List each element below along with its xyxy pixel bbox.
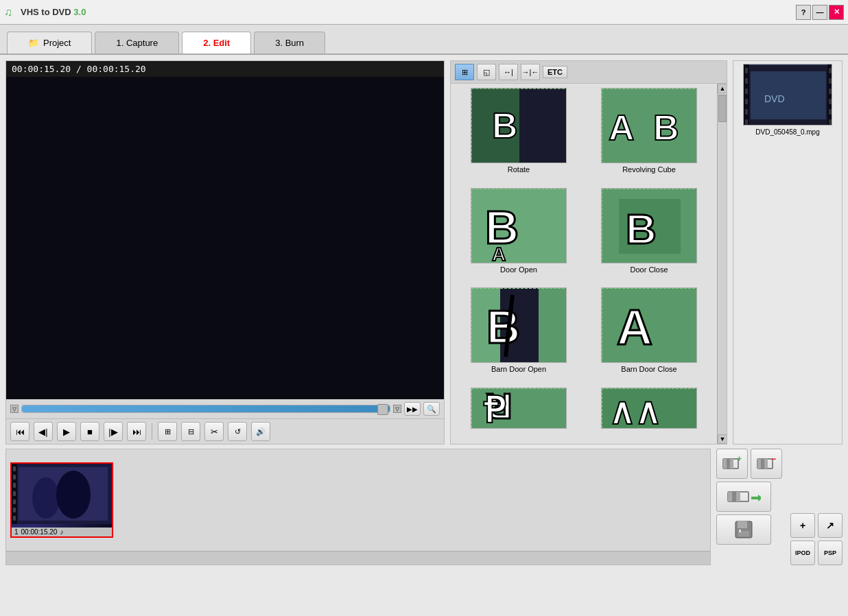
transition-view2-button[interactable]: ◱ xyxy=(477,64,496,80)
right-action-buttons: + − xyxy=(716,449,782,565)
svg-rect-39 xyxy=(745,99,748,104)
transition-partial1[interactable]: Я Ᵽ xyxy=(455,388,582,440)
skip-to-start-button[interactable]: ⏮ xyxy=(10,422,30,441)
transition-door-close-label: Door Close xyxy=(630,265,668,274)
transition-rotate[interactable]: B Rotate xyxy=(455,88,582,185)
svg-text:B: B xyxy=(486,300,520,353)
seekbar-fill xyxy=(22,405,390,412)
tab-burn[interactable]: 3. Burn xyxy=(254,32,325,54)
transition-revolving-label: Revolving Cube xyxy=(622,165,676,174)
skip-to-end-button[interactable]: ⏭ xyxy=(127,422,146,441)
svg-text:+: + xyxy=(737,454,742,464)
transition-barn-door-close[interactable]: A Barn Door Close xyxy=(585,287,713,385)
svg-rect-64 xyxy=(727,459,730,469)
close-button[interactable]: ✕ xyxy=(829,5,844,20)
scissors-button[interactable]: ✂ xyxy=(204,422,224,441)
svg-rect-58 xyxy=(13,516,16,521)
video-preview-area: 00:00:15.20 / 00:00:15.20 ▽ ▽ ▶▶ 🔍 ⏮ ◀| … xyxy=(5,60,445,445)
stop-button[interactable]: ■ xyxy=(80,422,99,441)
svg-rect-42 xyxy=(829,68,832,73)
app-logo-icon: ♫ xyxy=(4,6,12,19)
svg-text:B: B xyxy=(626,205,657,252)
timeline-content: 1 00:00:15.20 ♪ xyxy=(6,449,710,551)
add-clip-button[interactable]: + xyxy=(716,449,748,479)
svg-rect-68 xyxy=(757,459,761,469)
transitions-panel: ⊞ ◱ ↔| →|← ETC xyxy=(450,60,727,445)
set-in-point-button[interactable]: ⊞ xyxy=(158,422,177,441)
seekbar-thumb[interactable] xyxy=(377,404,388,415)
transition-revolving-cube[interactable]: A B Revolving Cube xyxy=(585,88,713,185)
svg-rect-54 xyxy=(13,483,16,488)
svg-rect-52 xyxy=(13,466,16,471)
svg-rect-55 xyxy=(13,491,16,496)
main-area: 00:00:15.20 / 00:00:15.20 ▽ ▽ ▶▶ 🔍 ⏮ ◀| … xyxy=(0,55,848,616)
svg-rect-74 xyxy=(732,492,736,501)
scroll-down-arrow[interactable]: ▼ xyxy=(718,434,727,444)
transition-partial1-thumb: Я Ᵽ xyxy=(471,388,567,429)
svg-rect-73 xyxy=(728,492,732,501)
transition-door-open[interactable]: B A Door Open xyxy=(455,188,582,285)
export-psp-button[interactable]: PSP xyxy=(818,541,843,565)
svg-rect-70 xyxy=(764,459,768,469)
svg-rect-40 xyxy=(745,109,748,115)
transition-arrows-button[interactable]: ↔| xyxy=(499,64,518,80)
svg-text:A: A xyxy=(617,300,652,355)
transition-etc-button[interactable]: ETC xyxy=(543,66,567,78)
copy-project-button[interactable]: ↗ xyxy=(818,513,843,538)
rotate-button[interactable]: ↺ xyxy=(228,422,247,441)
timeline-clip[interactable]: 1 00:00:15.20 ♪ xyxy=(10,462,113,538)
svg-point-60 xyxy=(32,477,60,519)
transition-barn-open-label: Barn Door Open xyxy=(491,365,546,373)
video-screen xyxy=(6,77,444,399)
svg-rect-75 xyxy=(736,492,740,501)
scroll-up-arrow[interactable]: ▲ xyxy=(718,84,727,93)
audio-button[interactable]: 🔊 xyxy=(251,422,270,441)
transition-door-close-thumb: B xyxy=(601,188,697,263)
transitions-grid-container: B Rotate A xyxy=(451,84,727,444)
export-button[interactable] xyxy=(716,482,771,512)
fast-forward-button[interactable]: ▶▶ xyxy=(404,402,421,416)
frame-back-button[interactable]: ◀| xyxy=(34,422,53,441)
export-ipod-button[interactable]: IPOD xyxy=(790,541,815,565)
project-icon: 📁 xyxy=(28,38,39,48)
clip-preview xyxy=(12,464,112,528)
svg-text:B: B xyxy=(653,108,679,147)
remove-clip-button[interactable]: − xyxy=(751,449,782,479)
seekbar-track[interactable] xyxy=(21,405,390,413)
tab-bar: 📁 Project 1. Capture 2. Edit 3. Burn xyxy=(0,25,848,55)
svg-rect-38 xyxy=(745,88,748,94)
svg-rect-36 xyxy=(745,68,748,73)
transition-rotate-label: Rotate xyxy=(508,165,530,174)
svg-rect-37 xyxy=(745,78,748,84)
magnify-button[interactable]: 🔍 xyxy=(423,402,440,416)
separator1 xyxy=(152,423,152,440)
transitions-toolbar: ⊞ ◱ ↔| →|← ETC xyxy=(451,61,727,84)
transition-door-close[interactable]: B Door Close xyxy=(585,188,713,285)
transition-barn-door-open[interactable]: B Barn Door Open xyxy=(455,287,582,385)
set-out-point-button[interactable]: ⊟ xyxy=(181,422,200,441)
frame-forward-button[interactable]: |▶ xyxy=(104,422,123,441)
titlebar: ♫ VHS to DVD 3.0 ? — ✕ xyxy=(0,0,848,25)
add-project-button[interactable]: + xyxy=(790,513,815,538)
scroll-thumb[interactable] xyxy=(718,95,727,122)
transition-partial2[interactable]: ∧∧ xyxy=(585,388,713,440)
seekbar-right-arrow[interactable]: ▽ xyxy=(393,405,401,413)
minimize-button[interactable]: — xyxy=(812,5,827,20)
play-button[interactable]: ▶ xyxy=(57,422,76,441)
help-button[interactable]: ? xyxy=(796,5,811,20)
tab-capture[interactable]: 1. Capture xyxy=(95,32,179,54)
svg-rect-48 xyxy=(751,71,826,119)
clip-number: 1 xyxy=(14,528,19,536)
svg-rect-56 xyxy=(13,499,16,504)
tab-edit[interactable]: 2. Edit xyxy=(182,32,251,54)
svg-text:A: A xyxy=(492,244,506,263)
transition-view1-button[interactable]: ⊞ xyxy=(455,64,474,80)
transition-arrows2-button[interactable]: →|← xyxy=(521,64,540,80)
clip-label: 1 00:00:15.20 ♪ xyxy=(12,528,112,536)
svg-rect-47 xyxy=(829,119,832,125)
tab-project[interactable]: 📁 Project xyxy=(7,32,92,54)
seekbar-left-arrow[interactable]: ▽ xyxy=(10,405,19,413)
export-buttons: + ↗ IPOD PSP xyxy=(788,449,843,565)
save-button[interactable] xyxy=(716,514,771,545)
timeline-status xyxy=(6,551,710,565)
